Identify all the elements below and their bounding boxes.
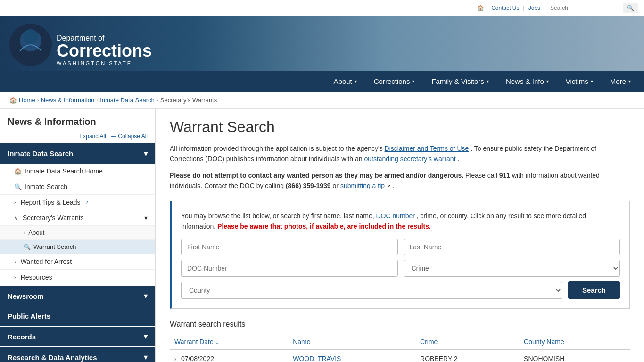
th-county: County Name [519,334,630,350]
search-icon-warrant: 🔍 [24,244,31,250]
collapse-all-link[interactable]: — Collapse All [111,133,148,140]
chevron-warrants: ▾ [144,214,148,222]
search-icon-sidebar: 🔍 [14,183,22,190]
crime-select[interactable]: Crime [404,260,620,277]
separator2: | [523,5,525,11]
sidebar-item-wanted[interactable]: › Wanted for Arrest [0,254,155,270]
nav-news-info[interactable]: News & Info ▾ [497,71,557,92]
sort-county[interactable]: County Name [524,338,625,346]
disclaimer-link[interactable]: Disclaimer and Terms of Use [385,145,469,152]
top-bar: 🏠 | Contact Us | Jobs 🔍 [0,0,644,16]
sidebar-records-label: Records [8,333,36,341]
nav-victims-arrow: ▾ [591,79,593,84]
search-form: Crime County Search [181,239,620,299]
sidebar-item-warrant-search[interactable]: 🔍 Warrant Search [0,240,155,254]
intro-p1-before: All information provided through the app… [170,145,383,152]
content-area: Warrant Search All information provided … [156,109,644,362]
results-header-row: Warrant Date ↓ Name Crime County Name [170,334,630,350]
sidebar-item-resources[interactable]: › Resources [0,270,155,285]
results-title: Warrant search results [170,320,630,329]
logo-text: Department of Corrections WASHINGTON STA… [57,34,152,66]
expand-icon-tips: › [14,199,16,205]
submitting-tip-link[interactable]: submitting a tip [340,182,385,189]
home-icon-sidebar: 🏠 [14,168,22,175]
breadcrumb-home[interactable]: Home [19,97,35,104]
warning-911: 911 [499,172,510,179]
sidebar-item-about[interactable]: › About [0,226,155,240]
doc-number-link[interactable]: DOC number [376,212,414,220]
nav-victims[interactable]: Victims ▾ [557,71,602,92]
search-button[interactable]: Search [568,281,620,299]
sidebar-inmate-home-label: Inmate Data Search Home [25,167,103,175]
top-search-button[interactable]: 🔍 [623,3,638,13]
svg-point-1 [23,29,38,44]
search-row-doc-crime: Crime [181,260,620,277]
th-warrant-date: Warrant Date ↓ [170,334,288,350]
sort-crime[interactable]: Crime [420,338,514,346]
nav-corrections[interactable]: Corrections ▾ [365,71,423,92]
breadcrumb-inmate-search[interactable]: Inmate Data Search [100,97,155,104]
sidebar-item-inmate-home[interactable]: 🏠 Inmate Data Search Home [0,164,155,179]
search-row-county: County Search [181,281,620,299]
separator: | [486,5,487,11]
breadcrumb: 🏠 Home › News & Information › Inmate Dat… [0,92,644,109]
nav-more-arrow: ▾ [628,79,631,84]
sidebar-warrant-search-label: Warrant Search [33,243,76,250]
nav-more[interactable]: More ▾ [602,71,639,92]
breadcrumb-news[interactable]: News & Information [41,97,94,104]
header-banner: Department of Corrections WASHINGTON STA… [0,16,644,71]
jobs-link[interactable]: Jobs [528,5,540,11]
th-crime: Crime [415,334,519,350]
sidebar-section-research[interactable]: Research & Data Analytics ▾ [0,347,155,362]
dept-corrections: Corrections [57,42,152,59]
results-table: Warrant Date ↓ Name Crime County Name [170,334,630,362]
sidebar-item-inmate-search[interactable]: 🔍 Inmate Search [0,179,155,195]
breadcrumb-sep3: › [157,97,158,104]
search-row-name [181,239,620,255]
county-select[interactable]: County [181,282,562,299]
last-name-input[interactable] [404,239,620,255]
table-row: › 07/08/2022 WOOD, TRAVIS ROBBERY 2 SNOH… [170,350,630,362]
logo-area: Department of Corrections WASHINGTON STA… [0,16,644,71]
contact-us-link[interactable]: Contact Us [491,5,519,11]
nav-corrections-arrow: ▾ [412,79,414,84]
external-icon-tips: ↗ [85,200,89,205]
cell-warrant-date: › 07/08/2022 [170,350,288,362]
expand-all-link[interactable]: + Expand All [74,133,106,140]
th-warrant-date-label: Warrant Date [174,338,214,346]
inmate-name-link[interactable]: WOOD, TRAVIS [293,355,341,362]
nav-about-arrow: ▾ [355,79,357,84]
logo-circle [9,24,52,66]
first-name-input[interactable] [181,239,398,255]
warning-bold: Please do not attempt to contact any wan… [170,172,463,179]
breadcrumb-sep1: › [37,97,39,104]
sidebar-item-secretarys-warrants[interactable]: ∨ Secretary's Warrants ▾ [0,210,155,226]
sidebar-newsroom-label: Newsroom [8,292,44,300]
sort-warrant-date[interactable]: Warrant Date ↓ [174,338,283,346]
browse-text: You may browse the list below, or search… [181,211,620,232]
sidebar-research-chevron: ▾ [144,353,148,362]
photo-note: Please be aware that photos, if availabl… [217,222,431,230]
outstanding-link[interactable]: outstanding secretary's warrant [364,155,455,163]
sort-name[interactable]: Name [293,338,411,346]
top-search-wrapper: 🔍 [547,3,638,13]
sidebar-section-newsroom[interactable]: Newsroom ▾ [0,286,155,306]
nav-family-arrow: ▾ [487,79,489,84]
doc-number-input[interactable] [181,260,398,277]
nav-about[interactable]: About ▾ [325,71,365,92]
top-search-input[interactable] [547,3,623,13]
warning-call: Please call [465,172,499,179]
row-expand-arrow[interactable]: › [174,356,176,362]
sidebar-item-report-tips[interactable]: › Report Tips & Leads ↗ [0,195,155,210]
external-icon-tip: ↗ [387,183,391,189]
page-title: Warrant Search [170,118,630,136]
sidebar-section-inmate[interactable]: Inmate Data Search ▾ [0,143,155,164]
nav-family-visitors[interactable]: Family & Visitors ▾ [423,71,497,92]
sidebar-section-public-alerts[interactable]: Public Alerts [0,306,155,326]
sidebar-section-records[interactable]: Records ▾ [0,327,155,346]
sidebar-about-label: About [28,229,44,236]
sidebar-controls: + Expand All — Collapse All [0,133,155,143]
home-icon[interactable]: 🏠 [477,5,484,11]
logo-svg [14,28,47,61]
sidebar-research-label: Research & Data Analytics [8,354,97,362]
